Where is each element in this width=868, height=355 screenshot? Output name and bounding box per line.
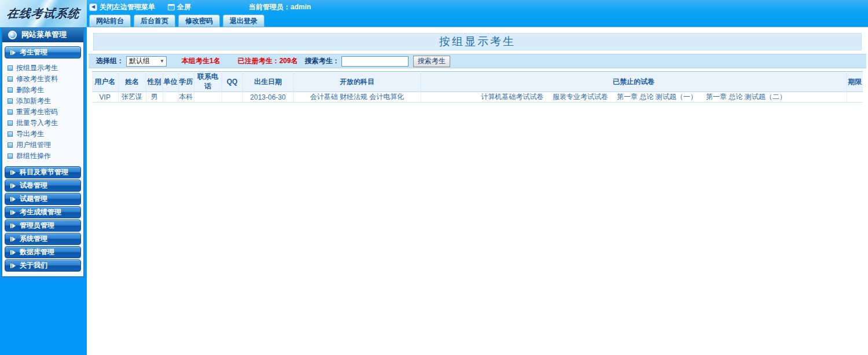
sidebar-item-add-examinee[interactable]: 添加新考生 xyxy=(8,96,82,107)
col-header-phone: 联系电话 xyxy=(194,72,222,92)
fullscreen-link[interactable]: 全屏 xyxy=(168,2,191,12)
sidebar-items: 按组显示考生 修改考生资料 删除考生 添加新考生 重置考生密码 批量导入考生 导… xyxy=(4,61,82,165)
sidebar-item-label: 修改考生资料 xyxy=(16,74,58,84)
bullet-icon xyxy=(8,98,13,104)
sidebar-section-system[interactable]: 系统管理 xyxy=(5,233,81,245)
toolbar: 选择组： 默认组 ▼ 本组考生1名 已注册考生：209名 搜索考生： 搜索考生 xyxy=(89,54,866,68)
sidebar-item-group-operations[interactable]: 群组性操作 xyxy=(8,151,82,162)
sidebar-section-questions[interactable]: 试题管理 xyxy=(5,193,81,205)
cell-qq xyxy=(222,92,242,103)
sidebar-item-delete-examinee[interactable]: 删除考生 xyxy=(8,85,82,96)
fullscreen-label: 全屏 xyxy=(177,2,191,12)
sidebar-item-user-groups[interactable]: 用户组管理 xyxy=(8,140,82,151)
app-logo-text: 在线考试系统 xyxy=(6,6,81,21)
sidebar-item-label: 添加新考生 xyxy=(16,96,51,106)
section-label: 试题管理 xyxy=(20,194,47,204)
bullet-icon xyxy=(8,76,13,82)
col-header-education: 学历 xyxy=(178,72,194,92)
search-button[interactable]: 搜索考生 xyxy=(413,56,450,67)
section-arrow-icon xyxy=(10,224,16,228)
col-header-open-subjects: 开放的科目 xyxy=(293,72,421,92)
cell-birthdate: 2013-06-30 xyxy=(242,92,293,103)
section-label: 考生管理 xyxy=(20,47,47,57)
search-input[interactable] xyxy=(341,56,409,67)
table-header-row: 用户名 姓名 性别 单位 学历 联系电话 QQ 出生日期 开放的科目 已禁止的试… xyxy=(92,72,863,92)
cell-gender: 男 xyxy=(146,92,163,103)
app-logo: 在线考试系统 xyxy=(0,0,87,27)
sidebar-item-label: 批量导入考生 xyxy=(16,118,58,128)
bullet-icon xyxy=(8,142,13,148)
cell-name: 张艺谋 xyxy=(118,92,146,103)
page-title: 按组显示考生 xyxy=(93,33,862,50)
col-header-deadline: 期限 xyxy=(847,72,863,92)
sidebar-menu-inner: 考生管理 按组显示考生 修改考生资料 删除考生 添加新考生 重置考生密码 批量导… xyxy=(2,42,83,276)
sidebar-section-admins[interactable]: 管理员管理 xyxy=(5,219,81,232)
top-header-right: ◀ 关闭左边管理菜单 全屏 当前管理员：admin 网站前台 后台首页 修改密码… xyxy=(87,0,868,27)
cell-forbidden-papers: 计算机基础考试试卷 服装专业考试试卷 第一章 总论 测试题（一） 第一章 总论 … xyxy=(421,92,847,103)
group-count-stat: 本组考生1名 xyxy=(182,56,220,66)
sidebar-menu-box: 网站菜单管理 考生管理 按组显示考生 修改考生资料 删除考生 添加新考生 重置考… xyxy=(1,27,84,277)
col-header-name: 姓名 xyxy=(118,72,146,92)
sidebar-section-examinee-mgmt[interactable]: 考生管理 xyxy=(5,46,81,58)
group-select-value: 默认组 xyxy=(129,56,150,66)
tab-logout[interactable]: 退出登录 xyxy=(223,14,264,27)
section-label: 科目及章节管理 xyxy=(20,167,68,177)
sidebar-section-about[interactable]: 关于我们 xyxy=(5,259,81,272)
cell-phone xyxy=(194,92,222,103)
section-arrow-icon xyxy=(10,250,16,255)
section-arrow-icon xyxy=(10,210,16,215)
sidebar-item-export[interactable]: 导出考生 xyxy=(8,129,82,140)
cell-open-subjects: 会计基础 财经法规 会计电算化 xyxy=(293,92,421,103)
tab-site-front[interactable]: 网站前台 xyxy=(89,14,131,27)
sidebar-item-label: 用户组管理 xyxy=(16,140,51,150)
section-label: 数据库管理 xyxy=(20,247,54,257)
toggle-left-menu-link[interactable]: ◀ 关闭左边管理菜单 xyxy=(89,2,155,12)
section-label: 管理员管理 xyxy=(20,221,54,230)
bullet-icon xyxy=(8,109,13,115)
examinee-table: 用户名 姓名 性别 单位 学历 联系电话 QQ 出生日期 开放的科目 已禁止的试… xyxy=(92,71,863,103)
tab-admin-home[interactable]: 后台首页 xyxy=(134,14,175,27)
sidebar-section-papers[interactable]: 试卷管理 xyxy=(5,180,81,192)
sidebar-section-scores[interactable]: 考生成绩管理 xyxy=(5,206,81,218)
section-arrow-icon xyxy=(10,50,16,55)
registered-count-stat: 已注册考生：209名 xyxy=(238,56,298,66)
section-label: 系统管理 xyxy=(20,234,47,244)
col-header-qq: QQ xyxy=(222,72,242,92)
cell-unit xyxy=(163,92,178,103)
section-arrow-icon xyxy=(10,197,16,202)
col-header-birthdate: 出生日期 xyxy=(242,72,293,92)
sidebar-item-reset-password[interactable]: 重置考生密码 xyxy=(8,107,82,118)
bullet-icon xyxy=(8,131,13,137)
table-row: VIP 张艺谋 男 本科 2013-06-30 会计基础 财经法规 会计电算化 … xyxy=(92,92,863,103)
sidebar-section-database[interactable]: 数据库管理 xyxy=(5,246,81,258)
sidebar-item-label: 群组性操作 xyxy=(16,151,51,161)
tab-change-password[interactable]: 修改密码 xyxy=(178,14,220,27)
top-links-row: ◀ 关闭左边管理菜单 全屏 当前管理员：admin xyxy=(87,0,868,14)
bullet-icon xyxy=(8,87,13,93)
col-header-forbidden-papers: 已禁止的试卷 xyxy=(421,72,847,92)
sidebar-item-label: 导出考生 xyxy=(16,129,44,139)
cell-deadline xyxy=(847,92,863,103)
section-label: 试卷管理 xyxy=(20,181,47,191)
sidebar-item-batch-import[interactable]: 批量导入考生 xyxy=(8,118,82,129)
sidebar-item-label: 删除考生 xyxy=(16,85,44,95)
col-header-unit: 单位 xyxy=(163,72,178,92)
col-header-username: 用户名 xyxy=(92,72,118,92)
section-label: 考生成绩管理 xyxy=(20,207,61,217)
cell-username: VIP xyxy=(92,92,118,103)
section-arrow-icon xyxy=(10,263,16,268)
section-arrow-icon xyxy=(10,184,16,188)
cell-education: 本科 xyxy=(178,92,194,103)
body-row: 网站菜单管理 考生管理 按组显示考生 修改考生资料 删除考生 添加新考生 重置考… xyxy=(0,27,868,355)
sidebar-item-edit-examinee[interactable]: 修改考生资料 xyxy=(8,74,82,85)
section-label: 关于我们 xyxy=(20,261,47,270)
sidebar-item-label: 重置考生密码 xyxy=(16,107,58,117)
bullet-icon xyxy=(8,120,13,126)
current-admin-label: 当前管理员：admin xyxy=(249,2,311,12)
sidebar-item-show-by-group[interactable]: 按组显示考生 xyxy=(8,63,82,74)
sidebar-section-subjects[interactable]: 科目及章节管理 xyxy=(5,166,81,178)
col-header-gender: 性别 xyxy=(146,72,163,92)
group-select[interactable]: 默认组 ▼ xyxy=(126,56,167,67)
top-header: 在线考试系统 ◀ 关闭左边管理菜单 全屏 当前管理员：admin 网站前台 后台… xyxy=(0,0,868,27)
collapse-left-icon: ◀ xyxy=(89,3,97,11)
